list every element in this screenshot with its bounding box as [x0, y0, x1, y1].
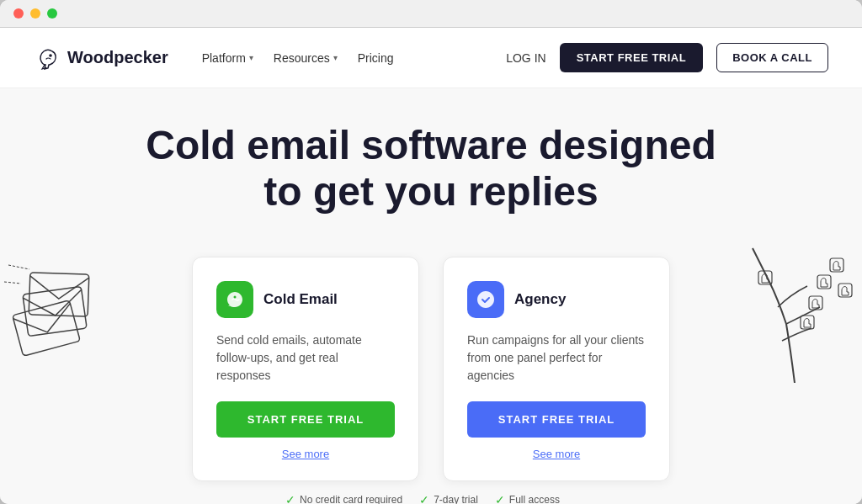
nav-actions: LOG IN START FREE TRIAL BOOK A CALL	[506, 43, 828, 72]
nav: Woodpecker Platform ▾ Resources ▾ Pricin…	[0, 28, 862, 88]
trust-checks: ✓ No credit card required ✓ 7-day trial …	[285, 493, 560, 504]
cards-section: Cold Email Send cold emails, automate fo…	[0, 257, 862, 481]
nav-brand-text: Woodpecker	[67, 48, 168, 67]
check-7-day-trial: ✓ 7-day trial	[419, 493, 478, 504]
page-content: Woodpecker Platform ▾ Resources ▾ Pricin…	[0, 28, 862, 504]
agency-card-title: Agency	[514, 291, 566, 308]
deco-right-illustration	[727, 231, 862, 386]
check-icon: ✓	[285, 493, 295, 504]
check-full-access: ✓ Full access	[495, 493, 560, 504]
svg-rect-3	[29, 273, 89, 316]
traffic-light-green[interactable]	[47, 8, 57, 19]
svg-line-5	[4, 282, 21, 284]
nav-link-platform-label: Platform	[202, 51, 246, 65]
browser-window: Woodpecker Platform ▾ Resources ▾ Pricin…	[0, 0, 862, 504]
check-no-credit-card: ✓ No credit card required	[285, 493, 402, 504]
agency-icon	[467, 281, 504, 318]
svg-rect-1	[13, 300, 81, 356]
nav-link-pricing[interactable]: Pricing	[358, 51, 394, 65]
cold-email-card-desc: Send cold emails, automate follow-ups, a…	[216, 332, 395, 385]
cold-email-card: Cold Email Send cold emails, automate fo…	[192, 257, 419, 481]
chevron-down-icon: ▾	[333, 53, 338, 62]
nav-logo[interactable]: Woodpecker	[34, 45, 168, 72]
traffic-light-yellow[interactable]	[30, 8, 40, 19]
check-label-7-day: 7-day trial	[434, 494, 478, 504]
agency-see-more-link[interactable]: See more	[467, 448, 646, 460]
card-header-cold-email: Cold Email	[216, 281, 395, 318]
deco-left-illustration	[0, 240, 109, 378]
nav-link-platform[interactable]: Platform ▾	[202, 51, 253, 65]
svg-line-4	[8, 265, 29, 269]
book-call-button[interactable]: BOOK A CALL	[716, 43, 828, 72]
nav-link-resources[interactable]: Resources ▾	[274, 51, 338, 65]
browser-chrome	[0, 0, 862, 28]
cold-email-icon	[216, 281, 253, 318]
agency-card: Agency Run campaigns for all your client…	[443, 257, 670, 481]
nav-links: Platform ▾ Resources ▾ Pricing	[202, 51, 394, 65]
card-header-agency: Agency	[467, 281, 646, 318]
logo-icon	[34, 45, 61, 72]
cold-email-cta-button[interactable]: START FREE TRIAL	[216, 401, 395, 438]
start-trial-nav-button[interactable]: START FREE TRIAL	[560, 43, 704, 72]
trust-bar: ✓ No credit card required ✓ 7-day trial …	[0, 481, 862, 504]
svg-point-0	[49, 54, 52, 57]
chevron-down-icon: ▾	[249, 53, 253, 62]
cold-email-card-title: Cold Email	[263, 291, 338, 308]
hero-title: Cold email software designed to get you …	[136, 122, 726, 215]
agency-card-desc: Run campaigns for all your clients from …	[467, 332, 646, 385]
agency-cta-button[interactable]: START FREE TRIAL	[467, 401, 646, 438]
nav-link-pricing-label: Pricing	[358, 51, 394, 65]
check-icon: ✓	[495, 493, 505, 504]
cold-email-see-more-link[interactable]: See more	[216, 448, 395, 460]
check-icon: ✓	[419, 493, 429, 504]
check-label-no-credit: No credit card required	[300, 494, 402, 504]
check-label-full-access: Full access	[509, 494, 560, 504]
thumb-icon	[809, 296, 822, 310]
login-button[interactable]: LOG IN	[506, 51, 545, 65]
svg-point-6	[234, 296, 237, 299]
nav-link-resources-label: Resources	[274, 51, 330, 65]
traffic-light-red[interactable]	[13, 8, 24, 19]
